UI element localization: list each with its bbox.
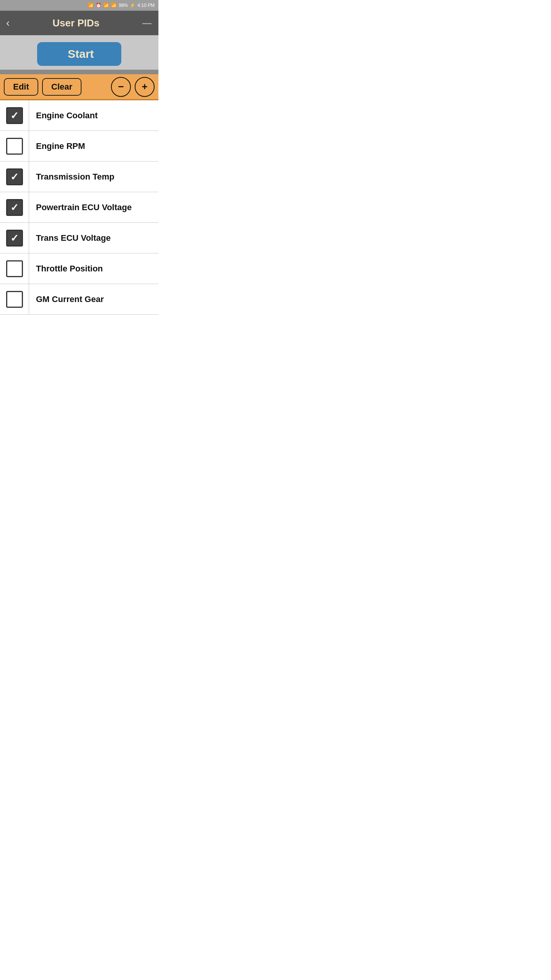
- charging-icon: ⚡: [130, 3, 135, 8]
- pid-label: Powertrain ECU Voltage: [29, 203, 139, 212]
- pid-checkbox[interactable]: [6, 291, 23, 308]
- status-bar: 📶 ⏰ 📶 📶 98% ⚡ 4:10 PM: [0, 0, 158, 11]
- pid-label: Throttle Position: [29, 264, 110, 274]
- checkbox-wrap: [0, 284, 29, 314]
- checkbox-wrap: ✓: [0, 223, 29, 253]
- battery-text: 98%: [119, 3, 128, 8]
- pid-checkbox[interactable]: [6, 260, 23, 277]
- start-divider: [0, 70, 158, 74]
- decrease-button[interactable]: −: [111, 77, 131, 97]
- pid-label: Engine Coolant: [29, 111, 104, 121]
- alarm-icon: ⏰: [96, 3, 101, 8]
- pid-checkbox[interactable]: ✓: [6, 107, 23, 124]
- checkbox-wrap: [0, 253, 29, 284]
- pid-label: GM Current Gear: [29, 294, 111, 304]
- checkbox-wrap: ✓: [0, 162, 29, 192]
- list-item: ✓Engine Coolant: [0, 100, 158, 131]
- clear-button[interactable]: Clear: [42, 78, 82, 96]
- menu-icon[interactable]: —: [142, 18, 152, 28]
- checkbox-wrap: ✓: [0, 100, 29, 131]
- back-button[interactable]: ‹: [6, 17, 10, 29]
- increase-button[interactable]: +: [135, 77, 155, 97]
- start-area: Start: [0, 35, 158, 70]
- bluetooth-icon: 📶: [88, 3, 94, 8]
- start-button[interactable]: Start: [37, 42, 121, 66]
- header: ‹ User PIDs —: [0, 11, 158, 35]
- empty-area: [0, 315, 158, 368]
- status-bar-right: 📶 ⏰ 📶 📶 98% ⚡ 4:10 PM: [88, 3, 155, 8]
- list-item: ✓Powertrain ECU Voltage: [0, 192, 158, 223]
- pid-checkbox[interactable]: ✓: [6, 230, 23, 247]
- list-item: ✓Trans ECU Voltage: [0, 223, 158, 253]
- list-item: Engine RPM: [0, 131, 158, 162]
- pid-checkbox[interactable]: ✓: [6, 199, 23, 216]
- checkbox-wrap: [0, 131, 29, 161]
- toolbar: Edit Clear − +: [0, 74, 158, 100]
- checkmark-icon: ✓: [10, 172, 19, 182]
- checkmark-icon: ✓: [10, 203, 19, 212]
- checkmark-icon: ✓: [10, 111, 19, 121]
- checkbox-wrap: ✓: [0, 192, 29, 222]
- list-item: Throttle Position: [0, 253, 158, 284]
- pid-checkbox[interactable]: ✓: [6, 168, 23, 185]
- pid-label: Transmission Temp: [29, 172, 121, 182]
- signal-icon: 📶: [111, 3, 117, 8]
- time-display: 4:10 PM: [137, 3, 155, 8]
- pid-checkbox[interactable]: [6, 138, 23, 155]
- list-item: ✓Transmission Temp: [0, 162, 158, 192]
- pid-list: ✓Engine CoolantEngine RPM✓Transmission T…: [0, 100, 158, 315]
- checkmark-icon: ✓: [10, 233, 19, 243]
- pid-label: Engine RPM: [29, 141, 92, 151]
- pid-label: Trans ECU Voltage: [29, 233, 117, 243]
- page-title: User PIDs: [10, 17, 142, 29]
- wifi-icon: 📶: [103, 3, 109, 8]
- minus-icon: −: [118, 81, 124, 93]
- list-item: GM Current Gear: [0, 284, 158, 315]
- plus-icon: +: [142, 81, 147, 93]
- edit-button[interactable]: Edit: [4, 78, 38, 96]
